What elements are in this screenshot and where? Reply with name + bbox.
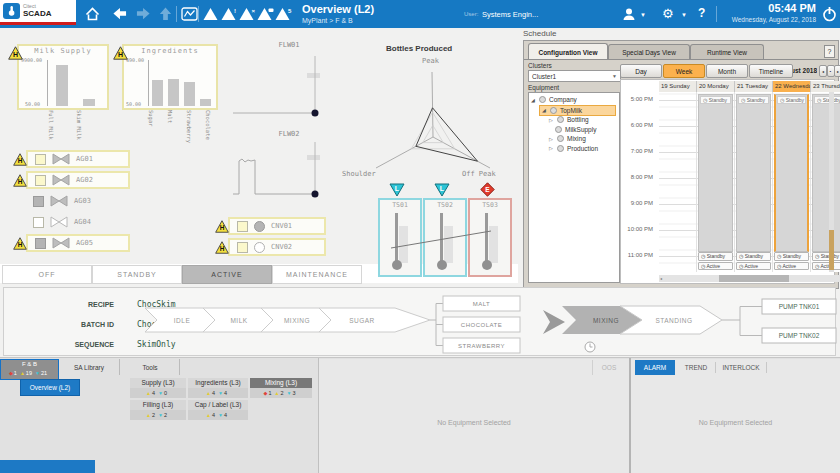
view-timeline-button[interactable]: Timeline: [749, 64, 793, 78]
day-column-sunday[interactable]: [659, 92, 697, 272]
tree-item-topmilk[interactable]: ◢TopMilk: [539, 105, 616, 116]
valve-row-ag01[interactable]: AG01: [26, 150, 130, 168]
tree-item-company[interactable]: ◢Company: [531, 95, 577, 104]
conveyor-checkbox[interactable]: [237, 221, 248, 232]
event-standby[interactable]: ◷ Standby: [774, 252, 809, 261]
tile-supply-l3[interactable]: Supply (L3) 40: [130, 378, 186, 398]
up-icon[interactable]: [158, 6, 173, 25]
valve-checkbox[interactable]: [35, 238, 46, 249]
tab-configuration-view[interactable]: Configuration View: [528, 43, 608, 60]
valve-row-ag03[interactable]: AG03: [26, 192, 130, 210]
prev-period-button[interactable]: ◂: [819, 65, 827, 77]
schedule-help-button[interactable]: ?: [824, 45, 835, 58]
tree-item-bottling[interactable]: ▷Bottling: [549, 115, 589, 124]
settings-menu-chevron-icon[interactable]: ▼: [681, 12, 687, 18]
tab-oos[interactable]: OOS: [592, 360, 625, 375]
tab-tools[interactable]: Tools: [121, 359, 180, 375]
alarm-unacknowledged-icon[interactable]: !: [221, 7, 238, 25]
tank-ts03[interactable]: TS03: [468, 198, 512, 277]
day-header-tuesday[interactable]: 21 Tuesday: [735, 81, 773, 92]
alarm-shelved-icon[interactable]: 5: [275, 7, 292, 25]
expanded-icon[interactable]: ◢: [531, 97, 536, 103]
tree-item-production[interactable]: ▷Production: [549, 144, 598, 153]
tab-fandb[interactable]: F & B 11921: [0, 359, 59, 380]
event-active[interactable]: ◷ Active: [698, 262, 733, 271]
schedule-event-block[interactable]: ◷ Standby: [698, 94, 733, 252]
tank-ts02[interactable]: TS02: [423, 198, 467, 277]
mode-active-button[interactable]: ACTIVE: [182, 265, 272, 284]
tree-item-milksupply[interactable]: MilkSupply: [555, 125, 596, 134]
schedule-event-block[interactable]: ◷ Standby: [736, 94, 771, 252]
vertical-scrollbar[interactable]: [829, 92, 834, 272]
valve-checkbox[interactable]: [35, 154, 46, 165]
user-icon[interactable]: [622, 7, 636, 25]
scroll-left-icon[interactable]: ◂: [660, 276, 662, 281]
mode-off-button[interactable]: OFF: [2, 265, 92, 284]
tree-item-mixing[interactable]: ▷Mixing: [549, 134, 586, 143]
valve-row-ag04[interactable]: AG04: [26, 213, 130, 231]
cluster-select[interactable]: Cluster1 ▼: [528, 70, 621, 82]
tile-filling-l3[interactable]: Filling (L3) 22: [130, 400, 186, 420]
forward-icon[interactable]: [136, 6, 151, 25]
tile-mixing-l3-selected[interactable]: Mixing (L3) 123: [250, 378, 312, 398]
day-column-thursday[interactable]: ◷ Standby ◷ Standby ◷ Active: [811, 92, 840, 272]
collapsed-icon[interactable]: ▷: [549, 145, 554, 151]
tile-ingredients-l3[interactable]: Ingredients (L3) 44: [188, 378, 248, 398]
user-menu-chevron-icon[interactable]: ▼: [640, 12, 646, 18]
horizontal-scrollbar[interactable]: ◂ ▸: [659, 275, 840, 282]
valve-checkbox[interactable]: [35, 175, 46, 186]
collapsed-icon[interactable]: ▷: [549, 136, 554, 142]
tab-runtime-view[interactable]: Runtime View: [690, 44, 764, 60]
tank-ts01[interactable]: TS01: [378, 198, 422, 277]
event-active[interactable]: ◷ Active: [812, 262, 840, 271]
alarm-disabled-icon[interactable]: ×: [239, 7, 256, 25]
trend-display-icon[interactable]: [181, 7, 198, 25]
alarm-comment-icon[interactable]: [257, 7, 274, 25]
valve-checkbox[interactable]: [33, 196, 44, 207]
expanded-icon[interactable]: ◢: [542, 107, 547, 113]
back-icon[interactable]: [112, 6, 127, 25]
mode-maintenance-button[interactable]: MAINTENANCE: [272, 265, 362, 284]
overview-l2-button[interactable]: Overview (L2): [20, 379, 80, 396]
view-week-button[interactable]: Week: [663, 64, 705, 78]
mode-standby-button[interactable]: STANDBY: [92, 265, 182, 284]
tab-interlock[interactable]: INTERLOCK: [717, 360, 765, 375]
tab-sa-library[interactable]: SA Library: [59, 359, 120, 375]
home-icon[interactable]: [85, 7, 100, 25]
alarm-summary-icon[interactable]: [203, 7, 220, 25]
valve-row-ag05[interactable]: AG05: [26, 234, 130, 252]
tile-cap-label-l3[interactable]: Cap / Label (L3) 44: [188, 400, 248, 420]
day-column-tuesday[interactable]: ◷ Standby ◷ Standby ◷ Active: [735, 92, 773, 272]
event-active[interactable]: ◷ Active: [774, 262, 809, 271]
conveyor-row-cnv01[interactable]: CNV01: [228, 217, 326, 235]
event-standby[interactable]: ◷ Standby: [698, 252, 733, 261]
settings-gear-icon[interactable]: ⚙: [662, 6, 674, 21]
tab-trend[interactable]: TREND: [678, 360, 714, 375]
day-header-sunday[interactable]: 19 Sunday: [659, 81, 697, 92]
schedule-event-block-selected[interactable]: ◷ Standby: [774, 94, 809, 252]
power-logout-icon[interactable]: [822, 6, 837, 26]
day-header-wednesday[interactable]: 22 Wednesday: [773, 81, 811, 92]
day-header-thursday[interactable]: 23 Thursday: [811, 81, 840, 92]
schedule-event-block[interactable]: ◷ Standby: [812, 94, 840, 252]
view-month-button[interactable]: Month: [706, 64, 748, 78]
event-standby[interactable]: ◷ Standby: [736, 252, 771, 261]
next-period-button[interactable]: ▸: [834, 65, 840, 77]
taskbar-active-item[interactable]: [0, 460, 95, 473]
valve-row-ag02[interactable]: AG02: [26, 171, 130, 189]
schedule-grid[interactable]: ◷ Standby ◷ Standby ◷ Active ◷ Standby ◷…: [659, 92, 840, 272]
event-standby[interactable]: ◷ Standby: [812, 252, 840, 261]
view-day-button[interactable]: Day: [620, 64, 662, 78]
collapsed-icon[interactable]: ▷: [549, 117, 554, 123]
conveyor-row-cnv02[interactable]: CNV02: [228, 238, 326, 256]
valve-checkbox[interactable]: [33, 217, 44, 228]
day-column-wednesday[interactable]: ◷ Standby ◷ Standby ◷ Active: [773, 92, 811, 272]
scrollbar-thumb[interactable]: [719, 275, 789, 282]
tab-alarm[interactable]: ALARM: [635, 360, 675, 375]
conveyor-checkbox[interactable]: [237, 242, 248, 253]
tab-special-days-view[interactable]: Special Days View: [608, 44, 690, 60]
day-column-monday[interactable]: ◷ Standby ◷ Standby ◷ Active: [697, 92, 735, 272]
scrollbar-thumb[interactable]: [829, 230, 834, 270]
event-active[interactable]: ◷ Active: [736, 262, 771, 271]
day-header-monday[interactable]: 20 Monday: [697, 81, 735, 92]
